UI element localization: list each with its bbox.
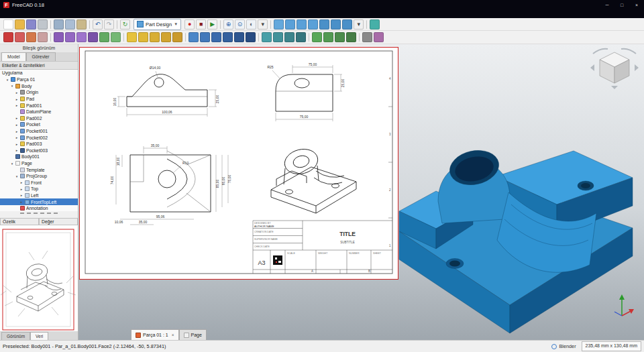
expand-arrow-icon[interactable]: ▸ bbox=[15, 135, 19, 139]
maximize-button[interactable]: □ bbox=[614, 0, 629, 9]
subtractive-primitive-icon[interactable] bbox=[246, 32, 256, 42]
tree-item-pocket001[interactable]: ▸ Pocket001 bbox=[0, 128, 78, 135]
refresh-icon[interactable]: ↻ bbox=[120, 19, 130, 30]
open-document-icon[interactable] bbox=[15, 19, 25, 30]
save-icon[interactable] bbox=[26, 19, 36, 30]
panel-splitter[interactable] bbox=[20, 213, 58, 218]
multitransform-icon[interactable] bbox=[296, 32, 306, 42]
dimension-label[interactable]: 100,06 bbox=[162, 110, 172, 114]
expand-arrow-icon[interactable]: ▸ bbox=[19, 200, 23, 204]
sketch-map-icon[interactable] bbox=[26, 32, 36, 42]
pad-icon[interactable] bbox=[127, 32, 137, 42]
expand-arrow-icon[interactable]: ▸ bbox=[15, 123, 19, 127]
dimension-label[interactable]: 74,00 bbox=[110, 176, 114, 185]
tab-gorunum[interactable]: Görünüm bbox=[1, 332, 30, 340]
expand-arrow-icon[interactable]: ▾ bbox=[5, 78, 9, 82]
additive-loft-icon[interactable] bbox=[150, 32, 160, 42]
front-view-icon[interactable] bbox=[285, 19, 295, 30]
navcube-arrow-left[interactable] bbox=[590, 64, 594, 71]
tree-item-front[interactable]: ▸ Front bbox=[0, 180, 78, 186]
top-view[interactable]: 35,00 R10 18,00 74,00 95,06 35,00 10,06 … bbox=[110, 143, 231, 225]
tree-item-datumplane[interactable]: DatumPlane bbox=[0, 109, 78, 115]
tree-root-application[interactable]: Uygulama bbox=[0, 70, 78, 76]
tab-gorevler[interactable]: Görevler bbox=[26, 52, 56, 61]
model-counterbore-hole[interactable] bbox=[446, 259, 464, 269]
subtractive-pipe-icon[interactable] bbox=[234, 32, 244, 42]
paste-icon[interactable] bbox=[76, 19, 87, 30]
redo-icon[interactable]: ↷ bbox=[104, 19, 114, 30]
top-view-dimensions[interactable]: 35,00 R10 18,00 74,00 95,06 35,00 10,06 … bbox=[110, 143, 231, 225]
title-block[interactable]: DESIGNED BY AUTHOR NAME CREATION DATE SU… bbox=[253, 221, 392, 274]
zoom-fit-icon[interactable]: ⊕ bbox=[223, 19, 233, 30]
copy-icon[interactable] bbox=[65, 19, 75, 30]
model-lug[interactable] bbox=[438, 146, 510, 223]
navigation-style-indicator[interactable]: Blender bbox=[551, 343, 576, 349]
expand-arrow-icon[interactable]: ▸ bbox=[15, 142, 19, 146]
front-view[interactable]: Ø14,00 100,06 15,00 25,00 bbox=[113, 66, 219, 117]
expand-arrow-icon[interactable]: ▸ bbox=[19, 187, 23, 191]
property-column[interactable]: Özelik bbox=[0, 218, 39, 225]
datum-plane-icon[interactable] bbox=[76, 32, 87, 42]
additive-primitive-icon[interactable] bbox=[172, 32, 182, 42]
doc-tab-parca01[interactable]: Parça 01 : 1 × bbox=[131, 329, 179, 340]
tree-item-pocket[interactable]: ▸ Pocket bbox=[0, 121, 78, 128]
close-tab-icon[interactable]: × bbox=[172, 333, 174, 337]
mdi-viewport[interactable]: 4 3 2 1 A B Ø14,00 100,06 15,00 25,0 bbox=[78, 44, 644, 340]
draw-style-icon[interactable]: ◐ bbox=[246, 19, 256, 30]
zoom-selection-icon[interactable]: ⊙ bbox=[235, 19, 245, 30]
value-column[interactable]: Değer bbox=[39, 218, 78, 225]
dimension-label[interactable]: 95,00 bbox=[221, 177, 225, 186]
tree-item-template[interactable]: Template bbox=[0, 166, 78, 173]
tree-item-pad001[interactable]: ▸ Pad001 bbox=[0, 102, 78, 109]
additive-pipe-icon[interactable] bbox=[161, 32, 171, 42]
tree-item-page[interactable]: ▾ Page bbox=[0, 160, 78, 167]
boolean-icon[interactable] bbox=[362, 32, 372, 42]
cut-icon[interactable] bbox=[54, 19, 64, 30]
groove-icon[interactable] bbox=[211, 32, 221, 42]
dimension-label[interactable]: 18,00 bbox=[116, 158, 120, 166]
isometric-view-icon[interactable] bbox=[274, 19, 284, 30]
navcube-arrow-right[interactable] bbox=[635, 64, 639, 71]
tree-item-origin[interactable]: ▸ Origin bbox=[0, 89, 78, 96]
side-view-dimensions[interactable]: R25 75,00 75,00 25,00 bbox=[267, 62, 345, 121]
close-button[interactable]: × bbox=[629, 0, 644, 9]
chamfer-icon[interactable] bbox=[323, 32, 333, 42]
expand-arrow-icon[interactable]: ▸ bbox=[15, 148, 19, 152]
dimension-label[interactable]: 75,00 bbox=[309, 62, 317, 66]
macro-stop-icon[interactable]: ■ bbox=[196, 19, 206, 30]
tab-model[interactable]: Model bbox=[1, 52, 26, 61]
expand-arrow-icon[interactable]: ▸ bbox=[15, 116, 19, 120]
tree-item-top[interactable]: ▸ Top bbox=[0, 186, 78, 192]
navigation-cube[interactable] bbox=[589, 46, 640, 90]
techdraw-page[interactable]: 4 3 2 1 A B Ø14,00 100,06 15,00 25,0 bbox=[79, 47, 398, 280]
tree-item-pad002[interactable]: ▸ Pad002 bbox=[0, 115, 78, 122]
tree-item-body[interactable]: ▾ Body bbox=[0, 83, 78, 90]
dimension-label[interactable]: 95,06 bbox=[156, 215, 165, 219]
expand-arrow-icon[interactable]: ▾ bbox=[10, 162, 14, 166]
thickness-icon[interactable] bbox=[346, 32, 356, 42]
dimension-label[interactable]: R25 bbox=[267, 65, 273, 69]
shapebinder-icon[interactable] bbox=[99, 32, 109, 42]
dimension-label[interactable]: 25,00 bbox=[341, 79, 345, 88]
dimension-label[interactable]: 75,00 bbox=[300, 115, 309, 119]
local-cs-icon[interactable] bbox=[88, 32, 98, 42]
measure-distance-icon[interactable] bbox=[370, 19, 380, 30]
model-3d[interactable] bbox=[372, 104, 641, 335]
datum-point-icon[interactable] bbox=[54, 32, 64, 42]
dimension-label[interactable]: R10 bbox=[182, 161, 189, 165]
bottom-view-icon[interactable] bbox=[331, 19, 341, 30]
new-document-icon[interactable] bbox=[3, 19, 13, 30]
dimension-label[interactable]: 35,00 bbox=[151, 143, 160, 148]
clone-icon[interactable] bbox=[111, 32, 121, 42]
dimension-label[interactable]: 85,00 bbox=[215, 180, 219, 188]
top-view-icon[interactable] bbox=[297, 19, 307, 30]
print-icon[interactable] bbox=[38, 19, 48, 30]
tree-item-pad003[interactable]: ▸ Pad003 bbox=[0, 141, 78, 148]
dimension-label[interactable]: 25,00 bbox=[215, 95, 219, 104]
sketch-validate-icon[interactable] bbox=[38, 32, 48, 42]
macro-record-icon[interactable]: ● bbox=[184, 19, 195, 30]
rear-view-icon[interactable] bbox=[319, 19, 329, 30]
linear-pattern-icon[interactable] bbox=[273, 32, 283, 42]
expand-arrow-icon[interactable]: ▾ bbox=[10, 84, 14, 88]
dock-title[interactable]: Bileşik görünüm bbox=[0, 44, 78, 52]
